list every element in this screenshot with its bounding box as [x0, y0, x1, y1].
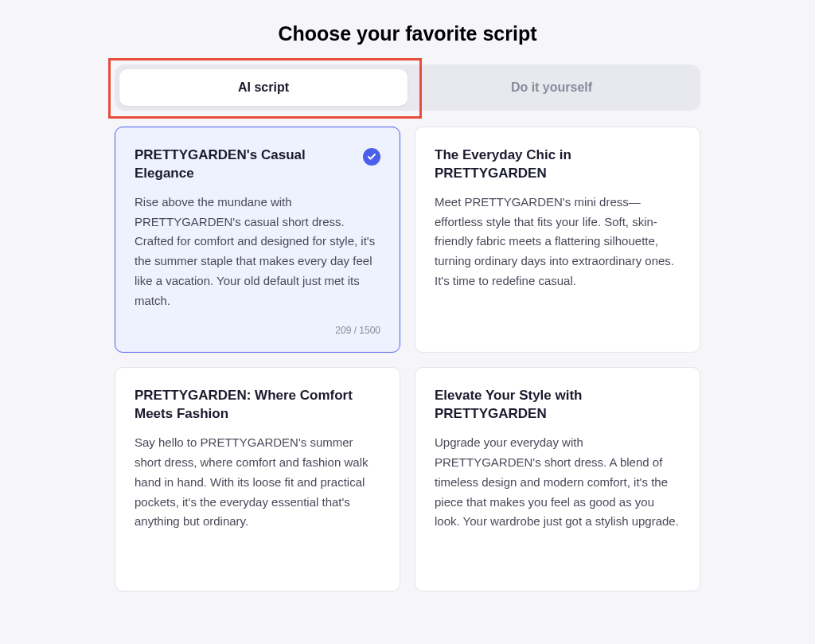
card-body: Upgrade your everyday with PRETTYGARDEN'…: [435, 433, 680, 575]
card-title: PRETTYGARDEN's Casual Elegance: [135, 146, 355, 183]
tab-do-it-yourself[interactable]: Do it yourself: [408, 69, 696, 106]
tab-bar: AI script Do it yourself: [115, 64, 700, 111]
tabs-container: AI script Do it yourself: [115, 64, 700, 111]
card-header: The Everyday Chic in PRETTYGARDEN: [435, 146, 680, 183]
card-header: PRETTYGARDEN: Where Comfort Meets Fashio…: [135, 387, 380, 423]
script-card[interactable]: PRETTYGARDEN's Casual Elegance Rise abov…: [115, 127, 400, 353]
card-title: The Everyday Chic in PRETTYGARDEN: [435, 146, 680, 183]
check-icon: [363, 148, 380, 166]
char-count: 209 / 1500: [135, 325, 380, 336]
page-title: Choose your favorite script: [278, 22, 536, 45]
script-card[interactable]: The Everyday Chic in PRETTYGARDEN Meet P…: [415, 127, 700, 353]
script-card[interactable]: PRETTYGARDEN: Where Comfort Meets Fashio…: [115, 367, 400, 591]
script-cards-grid: PRETTYGARDEN's Casual Elegance Rise abov…: [115, 127, 700, 591]
card-body: Say hello to PRETTYGARDEN's summer short…: [135, 433, 380, 575]
card-body: Rise above the mundane with PRETTYGARDEN…: [135, 193, 380, 311]
script-card[interactable]: Elevate Your Style with PRETTYGARDEN Upg…: [415, 367, 700, 591]
card-title: PRETTYGARDEN: Where Comfort Meets Fashio…: [135, 387, 380, 423]
card-header: Elevate Your Style with PRETTYGARDEN: [435, 387, 680, 423]
card-title: Elevate Your Style with PRETTYGARDEN: [435, 387, 680, 423]
tab-ai-script[interactable]: AI script: [119, 69, 408, 106]
card-header: PRETTYGARDEN's Casual Elegance: [135, 146, 380, 183]
card-body: Meet PRETTYGARDEN's mini dress—effortles…: [435, 193, 680, 337]
